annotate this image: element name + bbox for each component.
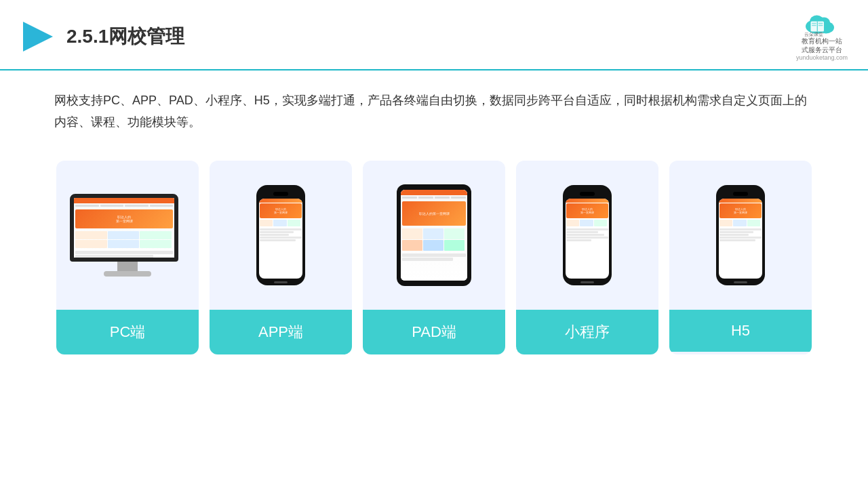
logo-domain: yunduoketang.com (796, 54, 848, 61)
miniprogram-label: 小程序 (516, 310, 658, 354)
phone-mockup-app: 职达人的第一堂网课 (256, 185, 305, 285)
play-icon (20, 19, 56, 54)
pad-card: 职达人的第一堂网课 (363, 161, 505, 354)
app-image-area: 职达人的第一堂网课 (210, 161, 352, 310)
svg-rect-11 (818, 25, 823, 26)
svg-marker-0 (23, 22, 53, 52)
header: 2.5.1网校管理 云朵课堂 教育机构一站 式服务云平台 yunduoketan… (0, 0, 868, 70)
header-left: 2.5.1网校管理 (20, 19, 184, 54)
pc-card: 职达人的第一堂网课 (56, 161, 199, 354)
h5-label: H5 (669, 310, 812, 352)
monitor-mockup: 职达人的第一堂网课 (70, 194, 185, 277)
description: 网校支持PC、APP、PAD、小程序、H5，实现多端打通，产品各终端自由切换，数… (0, 70, 868, 147)
pad-image-area: 职达人的第一堂网课 (363, 161, 505, 310)
logo-icon: 云朵课堂 (802, 12, 842, 37)
svg-text:云朵课堂: 云朵课堂 (804, 32, 823, 37)
app-card: 职达人的第一堂网课 (210, 161, 352, 354)
pc-label: PC端 (56, 310, 199, 354)
h5-card: 职达人的第一堂网课 (669, 161, 812, 354)
cards-section: 职达人的第一堂网课 (0, 147, 868, 368)
h5-image-area: 职达人的第一堂网课 (669, 161, 812, 310)
pad-label: PAD端 (363, 310, 505, 354)
phone-mockup-mini: 职达人的第一堂网课 (563, 185, 612, 285)
svg-rect-9 (812, 25, 816, 26)
page-title: 2.5.1网校管理 (66, 24, 184, 49)
logo-area: 云朵课堂 教育机构一站 式服务云平台 yunduoketang.com (796, 12, 848, 61)
svg-rect-10 (818, 23, 823, 24)
svg-rect-8 (812, 23, 816, 24)
description-text: 网校支持PC、APP、PAD、小程序、H5，实现多端打通，产品各终端自由切换，数… (54, 89, 814, 134)
miniprogram-card: 职达人的第一堂网课 (516, 161, 658, 354)
miniprogram-image-area: 职达人的第一堂网课 (516, 161, 658, 310)
logo-tagline: 教育机构一站 式服务云平台 (802, 37, 842, 54)
app-label: APP端 (210, 310, 352, 354)
phone-mockup-h5: 职达人的第一堂网课 (716, 185, 765, 285)
tablet-mockup: 职达人的第一堂网课 (397, 184, 471, 286)
pc-image-area: 职达人的第一堂网课 (56, 161, 199, 310)
